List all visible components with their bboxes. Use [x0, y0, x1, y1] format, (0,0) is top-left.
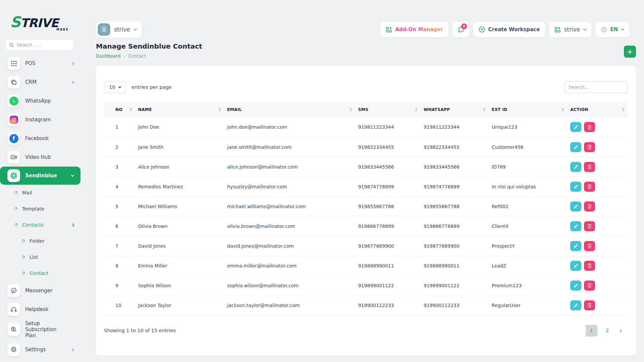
- delete-button[interactable]: [584, 281, 595, 291]
- edit-button[interactable]: [570, 122, 581, 132]
- sidebar: STRIVE MAKE POSCRMWhatsAppInstagramFaceb…: [0, 0, 80, 362]
- cell-name: Olivia Brown: [136, 216, 225, 236]
- sidebar-item-mail[interactable]: Mail: [0, 185, 80, 201]
- delete-button[interactable]: [584, 122, 595, 132]
- delete-button[interactable]: [584, 162, 595, 172]
- column-header-action[interactable]: ACTION: [568, 102, 628, 117]
- instagram-icon: [7, 113, 20, 126]
- cell-action: [568, 157, 628, 177]
- pagination-page-1[interactable]: 1: [586, 325, 597, 337]
- cell-sms: 919811223344: [356, 117, 421, 137]
- sidebar-search-input[interactable]: [17, 42, 70, 48]
- edit-button[interactable]: [570, 300, 581, 310]
- edit-button[interactable]: [570, 281, 581, 291]
- sidebar-item-facebook[interactable]: Facebook: [0, 129, 80, 148]
- pagination-page-2[interactable]: 2: [601, 325, 613, 337]
- cell-name: Jackson Taylor: [136, 295, 225, 315]
- edit-button[interactable]: [570, 221, 581, 231]
- cell-name: David Jones: [136, 236, 225, 256]
- pagination: 1 2 ›: [586, 325, 624, 337]
- edit-button[interactable]: [570, 182, 581, 192]
- sidebar-item-contact[interactable]: Contact: [0, 265, 80, 281]
- sidebar-item-crm[interactable]: CRM: [0, 73, 80, 92]
- sort-icon[interactable]: [561, 108, 564, 112]
- column-header-whatsapp[interactable]: WHATSAPP: [421, 102, 489, 117]
- sidebar-item-sendinblue[interactable]: Sendinblue: [0, 167, 80, 185]
- chevron-down-icon: [118, 85, 121, 88]
- cell-sms: 919874778899: [356, 177, 421, 196]
- sort-icon[interactable]: [129, 108, 132, 112]
- cell-email: john.doe@mailinator.com: [224, 117, 356, 137]
- pagination-next[interactable]: ›: [617, 325, 624, 337]
- sidebar-item-label: Setup Subscription Plan: [25, 320, 67, 339]
- breadcrumb-separator: ›: [123, 54, 125, 59]
- add-contact-button[interactable]: +: [624, 46, 636, 58]
- entries-per-page-select[interactable]: 10: [104, 81, 126, 93]
- add-on-manager-label: Add-On Manager: [395, 26, 443, 33]
- sidebar-search: [5, 39, 74, 51]
- sidebar-item-instagram[interactable]: Instagram: [0, 110, 80, 129]
- sort-icon[interactable]: [622, 108, 625, 112]
- cell-no: 9: [104, 276, 136, 295]
- delete-button[interactable]: [584, 182, 595, 192]
- edit-button[interactable]: [570, 261, 581, 271]
- sidebar-item-label: Facebook: [25, 135, 49, 141]
- sidebar-item-setup-subscription-plan[interactable]: $Setup Subscription Plan: [0, 319, 80, 340]
- column-header-sms[interactable]: SMS: [356, 102, 421, 117]
- delete-button[interactable]: [584, 241, 595, 251]
- table-row: 2 Jane Smith jane.smith@mailinator.com 9…: [104, 137, 628, 157]
- delete-button[interactable]: [584, 221, 595, 231]
- column-header-no[interactable]: NO: [104, 102, 136, 117]
- cell-whatsapp: 919811223344: [421, 117, 489, 137]
- sort-icon[interactable]: [218, 108, 221, 112]
- trash-icon: [587, 184, 592, 189]
- chat-button[interactable]: 0: [452, 22, 469, 37]
- chevron-down-icon: [621, 27, 625, 31]
- table-search-input[interactable]: [564, 81, 628, 93]
- add-on-manager-button[interactable]: Add-On Manager: [380, 22, 448, 37]
- sidebar-item-video-hub[interactable]: Video Hub: [0, 148, 80, 167]
- sidebar-item-list[interactable]: List: [0, 249, 80, 265]
- sidebar-item-settings[interactable]: ⚙Settings: [0, 340, 80, 359]
- delete-button[interactable]: [584, 261, 595, 271]
- sidebar-item-label: Sendinblue: [25, 173, 57, 179]
- bullet-icon: [21, 255, 25, 259]
- sidebar-item-folder[interactable]: Folder: [0, 233, 80, 249]
- chevron-down-icon: [133, 27, 137, 31]
- svg-text:$: $: [12, 327, 14, 330]
- table-row: 3 Alice Johnson alice.johnson@mailinator…: [104, 157, 628, 177]
- edit-button[interactable]: [570, 142, 581, 152]
- edit-button[interactable]: [570, 162, 581, 172]
- sidebar-item-pos[interactable]: POS: [0, 54, 80, 73]
- breadcrumb: Dashboard › Contact: [96, 53, 202, 59]
- workspace-selector[interactable]: strive: [96, 21, 142, 38]
- language-selector[interactable]: EN: [595, 22, 629, 37]
- breadcrumb-dashboard[interactable]: Dashboard: [96, 53, 120, 59]
- sort-icon[interactable]: [483, 108, 486, 112]
- chevron-right-icon: [71, 348, 74, 351]
- sort-icon[interactable]: [350, 108, 352, 112]
- delete-button[interactable]: [584, 201, 595, 212]
- video-hub-icon: [7, 151, 20, 164]
- delete-button[interactable]: [584, 142, 595, 152]
- sidebar-item-whatsapp[interactable]: WhatsApp: [0, 92, 80, 110]
- cell-ext-id: Customer456: [489, 137, 568, 157]
- pencil-icon: [574, 303, 578, 308]
- column-header-name[interactable]: NAME: [136, 102, 225, 117]
- sort-icon[interactable]: [415, 108, 418, 112]
- sidebar-item-helpdesk[interactable]: Helpdesk: [0, 300, 80, 319]
- sidebar-item-messenger[interactable]: Messenger: [0, 281, 80, 300]
- cell-ext-id: Unique123: [489, 117, 568, 137]
- edit-button[interactable]: [570, 241, 581, 251]
- sidebar-item-contacts[interactable]: Contacts: [0, 217, 80, 233]
- cell-sms: 919888990011: [356, 256, 421, 276]
- edit-button[interactable]: [570, 201, 581, 212]
- column-header-ext-id[interactable]: EXT ID: [489, 102, 568, 117]
- sidebar-item-template[interactable]: Template: [0, 201, 80, 217]
- account-menu[interactable]: strive: [549, 22, 591, 37]
- chevron-down-icon: [71, 174, 74, 177]
- delete-button[interactable]: [584, 300, 595, 310]
- column-header-email[interactable]: EMAIL: [224, 102, 356, 117]
- create-workspace-button[interactable]: Create Workspace: [473, 22, 545, 37]
- pencil-icon: [574, 283, 578, 288]
